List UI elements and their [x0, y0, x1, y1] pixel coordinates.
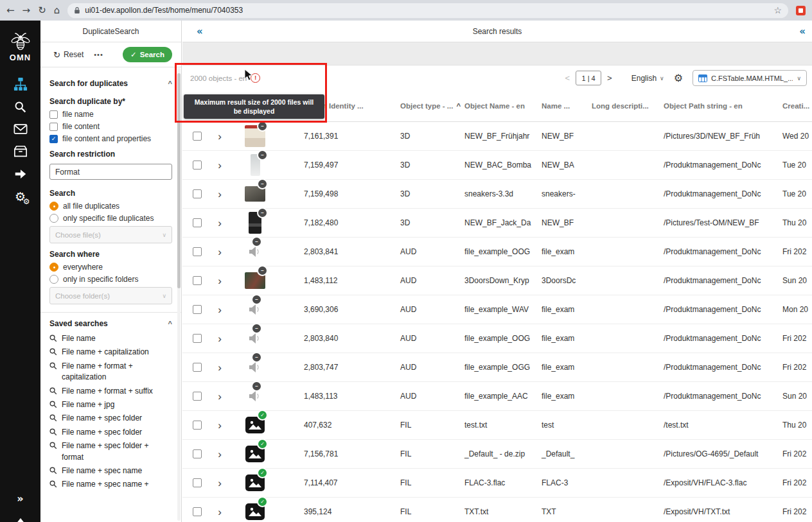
checkbox[interactable]: [49, 110, 58, 119]
table-row[interactable]: 407,632 FIL test.txt test /test.txt Thu …: [182, 411, 812, 440]
search-button[interactable]: ✓Search: [123, 47, 172, 62]
expand-row-chevron-icon[interactable]: [218, 160, 222, 171]
home-icon[interactable]: ⌂: [54, 4, 60, 16]
saved-search-item[interactable]: File name + spec name +: [49, 479, 172, 490]
address-bar[interactable]: ui01-dev.apollon.de/Test/home/menu/70403…: [67, 3, 788, 18]
table-row[interactable]: 7,159,497 3D NEW_BAC_Bomba NEW_BA /Produ…: [182, 151, 812, 180]
column-header[interactable]: Long descripti...: [588, 102, 660, 110]
browser-extension-icon[interactable]: [796, 6, 806, 15]
row-checkbox[interactable]: [193, 392, 202, 401]
table-settings-gear-icon[interactable]: ⚙: [674, 72, 683, 84]
table-row[interactable]: 2,803,840 AUD file_example_OOG file_exam…: [182, 324, 812, 353]
column-header[interactable]: Object Path string - en: [660, 102, 779, 110]
collapse-caret-icon[interactable]: ^: [168, 80, 172, 87]
asset-thumbnail[interactable]: [244, 212, 266, 234]
expand-row-chevron-icon[interactable]: [218, 391, 222, 402]
expand-row-chevron-icon[interactable]: [218, 449, 222, 460]
radio-button[interactable]: [49, 202, 58, 211]
checkbox[interactable]: [49, 135, 58, 143]
expand-row-chevron-icon[interactable]: [218, 304, 222, 315]
expand-row-chevron-icon[interactable]: [218, 478, 222, 489]
saved-search-item[interactable]: File name + format + capitalization: [49, 361, 172, 383]
column-header[interactable]: Creati...: [779, 102, 812, 110]
asset-thumbnail[interactable]: [244, 270, 266, 291]
saved-search-item[interactable]: File name + capitalization: [49, 347, 172, 358]
prev-page-button[interactable]: <: [563, 73, 573, 83]
row-checkbox[interactable]: [193, 421, 202, 430]
section-search-for-duplicates[interactable]: Search for duplicates ^: [49, 76, 172, 91]
row-checkbox[interactable]: [193, 478, 202, 487]
column-header[interactable]: Object Name - en: [461, 102, 538, 110]
panel-scrollbar[interactable]: [177, 68, 181, 521]
choose-files-select[interactable]: Choose file(s) ∨: [49, 226, 172, 243]
row-checkbox[interactable]: [193, 189, 202, 198]
saved-search-item[interactable]: File name + spec folder + format: [49, 440, 172, 463]
services-gears-icon[interactable]: ⚙⚙: [13, 189, 28, 204]
row-checkbox[interactable]: [193, 132, 202, 141]
saved-search-item[interactable]: File name + spec name: [49, 465, 172, 476]
column-header[interactable]: Name ...: [538, 102, 588, 110]
expand-row-chevron-icon[interactable]: [218, 218, 222, 229]
table-row[interactable]: 3,690,306 AUD file_example_WAV file_exam…: [182, 295, 812, 324]
collections-box-icon[interactable]: [13, 144, 28, 159]
row-checkbox[interactable]: [193, 161, 202, 170]
radio-option[interactable]: only specific file duplicates: [49, 214, 172, 223]
choose-folders-select[interactable]: Choose folder(s) ∨: [49, 287, 172, 304]
reset-button[interactable]: ↻Reset: [53, 50, 84, 60]
reload-icon[interactable]: ↻: [38, 4, 46, 16]
asset-thumbnail[interactable]: [244, 414, 266, 436]
expand-row-chevron-icon[interactable]: [218, 275, 222, 286]
radio-option[interactable]: everywhere: [49, 263, 172, 272]
expand-row-chevron-icon[interactable]: [218, 362, 222, 373]
row-checkbox[interactable]: [193, 334, 202, 343]
checkbox[interactable]: [49, 123, 58, 131]
expand-row-chevron-icon[interactable]: [218, 189, 222, 200]
asset-thumbnail[interactable]: [244, 183, 266, 205]
asset-thumbnail[interactable]: [244, 299, 266, 320]
table-row[interactable]: 7,156,781 FIL _Default_ - de.zip _Defaul…: [182, 440, 812, 469]
expand-sidebar-icon[interactable]: »: [17, 492, 23, 505]
forward-icon[interactable]: →: [22, 4, 31, 16]
table-row[interactable]: 7,182,480 3D NEW_BF_Jack_Da NEW_BF /Pict…: [182, 209, 812, 238]
arrow-right-icon[interactable]: [13, 166, 28, 182]
table-row[interactable]: 2,803,841 AUD file_example_OOG file_exam…: [182, 238, 812, 266]
expand-row-chevron-icon[interactable]: [218, 507, 222, 518]
hierarchy-icon[interactable]: [13, 76, 28, 92]
saved-search-item[interactable]: File name + spec folder: [49, 427, 172, 438]
asset-thumbnail[interactable]: [244, 241, 266, 263]
radio-button[interactable]: [49, 263, 58, 272]
checkbox-option[interactable]: file content and properties: [49, 134, 172, 143]
asset-thumbnail[interactable]: [244, 501, 266, 522]
expand-row-chevron-icon[interactable]: [218, 131, 222, 142]
next-page-button[interactable]: >: [605, 73, 615, 83]
row-checkbox[interactable]: [193, 363, 202, 372]
row-checkbox[interactable]: [193, 305, 202, 314]
view-select[interactable]: C.FSTable.MAM.HTML_... ∨: [693, 70, 807, 86]
checkbox-option[interactable]: file content: [49, 122, 172, 131]
asset-thumbnail[interactable]: [244, 472, 266, 494]
language-select[interactable]: English ∨: [631, 74, 664, 83]
asset-thumbnail[interactable]: [244, 443, 266, 465]
radio-button[interactable]: [49, 275, 58, 284]
page-indicator[interactable]: 1 | 4: [576, 71, 601, 85]
back-icon[interactable]: ←: [6, 4, 15, 16]
table-row[interactable]: 7,161,391 3D NEW_BF_Frühjahr NEW_BF /Pic…: [182, 122, 812, 151]
scrollbar-thumb[interactable]: [177, 73, 181, 288]
table-row[interactable]: 1,483,112 AUD 3DoorsDown_Kryp 3DoorsDc /…: [182, 266, 812, 295]
row-checkbox[interactable]: [193, 507, 202, 516]
table-row[interactable]: 1,483,113 AUD file_example_AAC file_exam…: [182, 382, 812, 411]
table-row[interactable]: 2,803,747 AUD file_example_OGG file_exam…: [182, 353, 812, 382]
radio-option[interactable]: only in specific folders: [49, 275, 172, 284]
search-icon[interactable]: [13, 99, 28, 114]
saved-search-item[interactable]: File name + format + suffix: [49, 386, 172, 397]
row-checkbox[interactable]: [193, 449, 202, 458]
section-saved-searches[interactable]: Saved searches ^: [49, 317, 172, 331]
expand-row-chevron-icon[interactable]: [218, 420, 222, 431]
table-row[interactable]: 395,124 FIL TXT.txt TXT /Exposit/VH/TXT.…: [182, 498, 812, 522]
table-row[interactable]: 7,159,498 3D sneakers-3.3d sneakers- /Pr…: [182, 180, 812, 209]
asset-thumbnail[interactable]: [244, 385, 266, 407]
mail-icon[interactable]: [13, 121, 28, 137]
expand-row-chevron-icon[interactable]: [218, 333, 222, 344]
expand-row-chevron-icon[interactable]: [218, 247, 222, 257]
asset-thumbnail[interactable]: [244, 327, 266, 349]
